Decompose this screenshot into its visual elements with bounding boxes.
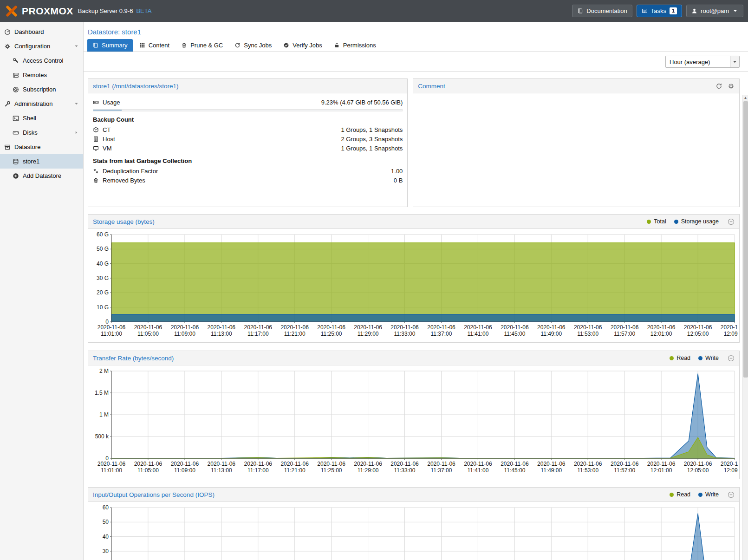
app: PROXMOX Backup Server 0.9-6 BETA Documen… (0, 0, 748, 560)
svg-text:2020-11-0611:49:00: 2020-11-0611:49:00 (537, 461, 566, 474)
tab-content[interactable]: Content (134, 39, 175, 52)
svg-text:40 G: 40 G (97, 260, 109, 267)
svg-text:1 M: 1 M (99, 411, 109, 418)
svg-text:2020-11-0611:01:00: 2020-11-0611:01:00 (98, 461, 126, 474)
svg-text:2020-11-0611:13:00: 2020-11-0611:13:00 (208, 461, 236, 474)
expander-down-icon[interactable] (74, 101, 79, 106)
svg-text:2020-11-0611:57:00: 2020-11-0611:57:00 (611, 461, 639, 474)
datastore-summary-panel: store1 (/mnt/datastores/store1) Usage 9.… (88, 78, 408, 207)
usage-value: 9.23% (4.67 GiB of 50.56 GiB) (321, 99, 403, 106)
row-value: 1 Groups, 1 Snapshots (341, 126, 403, 133)
sidebar-item-label: Disks (23, 129, 38, 136)
panels-region: store1 (/mnt/datastores/store1) Usage 9.… (84, 72, 748, 560)
sidebar-item-configuration[interactable]: Configuration (0, 39, 83, 53)
chevron-down-icon (732, 8, 738, 14)
expander-down-icon[interactable] (74, 44, 79, 49)
expander-right-icon[interactable] (74, 130, 79, 135)
sidebar-item-shell[interactable]: Shell (0, 111, 83, 125)
plus-circle-icon (13, 173, 19, 179)
legend-dot (670, 493, 674, 497)
svg-text:10 G: 10 G (97, 304, 109, 311)
sidebar-item-add-datastore[interactable]: Add Datastore (0, 169, 83, 183)
legend-label: Read (676, 491, 690, 498)
sync-icon (234, 42, 241, 48)
scrollbar-thumb[interactable] (743, 101, 748, 378)
sidebar-item-label: Access Control (23, 57, 63, 64)
svg-text:2020-11-0611:09:00: 2020-11-0611:09:00 (171, 461, 199, 474)
collapse-icon[interactable] (728, 355, 735, 362)
dashboard-icon (4, 29, 11, 35)
svg-text:2020-11-0611:37:00: 2020-11-0611:37:00 (427, 461, 455, 474)
time-range-select[interactable]: Hour (average) (665, 56, 740, 68)
tab-summary[interactable]: Summary (87, 39, 133, 52)
legend-item[interactable]: Write (698, 355, 719, 361)
user-menu-button[interactable]: root@pam (686, 5, 743, 17)
sidebar-item-datastore[interactable]: Datastore (0, 140, 83, 154)
comment-content[interactable] (413, 93, 739, 207)
sidebar-item-label: Subscription (23, 86, 56, 93)
legend-item[interactable]: Read (670, 491, 690, 498)
sidebar-item-disks[interactable]: Disks (0, 125, 83, 140)
legend-item[interactable]: Write (698, 491, 719, 498)
svg-text:2020-11-0611:33:00: 2020-11-0611:33:00 (390, 324, 419, 337)
beta-link[interactable]: BETA (136, 7, 151, 14)
row-label: Host (103, 136, 115, 143)
svg-text:2020-11-0611:53:00: 2020-11-0611:53:00 (574, 461, 602, 474)
hdd-icon (13, 130, 19, 136)
svg-text:2020-11-0611:29:00: 2020-11-0611:29:00 (354, 461, 382, 474)
tab-label: Sync Jobs (244, 42, 272, 49)
tab-label: Verify Jobs (293, 42, 322, 49)
collapse-icon[interactable] (728, 491, 735, 498)
legend-item[interactable]: Read (670, 355, 690, 361)
chevron-down-icon[interactable] (730, 56, 739, 67)
panel-title: Comment (418, 83, 445, 90)
svg-text:2020-11-0611:01:00: 2020-11-0611:01:00 (98, 324, 126, 337)
legend-label: Read (676, 355, 690, 361)
gear-icon[interactable] (728, 83, 735, 90)
brand-text: PROXMOX (22, 6, 73, 17)
legend-item[interactable]: Storage usage (674, 218, 719, 225)
documentation-button[interactable]: Documentation (572, 5, 632, 17)
tab-permissions[interactable]: Permissions (329, 39, 381, 52)
hdd-icon (93, 99, 99, 105)
sidebar-item-subscription[interactable]: Subscription (0, 82, 83, 97)
sidebar-item-remotes[interactable]: Remotes (0, 68, 83, 82)
svg-text:2020-11-0612:09:00: 2020-11-0612:09:00 (721, 324, 738, 337)
svg-text:2020-11-0611:17:00: 2020-11-0611:17:00 (244, 461, 273, 474)
svg-text:2020-11-0612:01:00: 2020-11-0612:01:00 (647, 461, 676, 474)
svg-text:2 M: 2 M (99, 368, 109, 374)
tasks-button[interactable]: Tasks 1 (637, 5, 682, 17)
svg-text:500 k: 500 k (95, 433, 109, 440)
tab-label: Prune & GC (190, 42, 223, 49)
svg-text:2020-11-0611:09:00: 2020-11-0611:09:00 (171, 324, 199, 337)
sidebar-item-access-control[interactable]: Access Control (0, 53, 83, 68)
tab-prune-gc[interactable]: Prune & GC (176, 39, 228, 52)
row-label: Removed Bytes (103, 177, 145, 184)
unlock-icon (334, 42, 340, 48)
sidebar-item-store1[interactable]: store1 (0, 154, 83, 169)
tab-verify-jobs[interactable]: Verify Jobs (278, 39, 327, 52)
tab-sync-jobs[interactable]: Sync Jobs (229, 39, 277, 52)
scroll-up-arrow[interactable]: ▲ (743, 95, 748, 101)
storage-usage-chart: 2020-11-0611:01:002020-11-0611:05:002020… (89, 230, 738, 341)
row-label: CT (103, 126, 111, 133)
sidebar-item-administration[interactable]: Administration (0, 97, 83, 111)
legend-dot (647, 220, 651, 224)
sidebar-item-dashboard[interactable]: Dashboard (0, 25, 83, 39)
host-row: Host 2 Groups, 3 Snapshots (93, 134, 403, 143)
svg-text:2020-11-0611:25:00: 2020-11-0611:25:00 (317, 324, 345, 337)
row-value: 1.00 (391, 168, 403, 175)
sidebar-item-label: store1 (23, 158, 39, 165)
vertical-scrollbar[interactable]: ▲ (742, 95, 748, 560)
iops-panel: Input/Output Operations per Second (IOPS… (88, 487, 740, 560)
legend-dot (698, 356, 702, 360)
svg-text:2020-11-0611:21:00: 2020-11-0611:21:00 (280, 324, 309, 337)
reload-icon[interactable] (715, 83, 722, 90)
svg-text:2020-11-0611:53:00: 2020-11-0611:53:00 (574, 324, 602, 337)
sidebar-item-label: Add Datastore (23, 172, 61, 179)
collapse-icon[interactable] (728, 218, 735, 225)
legend-dot (674, 220, 678, 224)
book-icon (92, 42, 98, 48)
legend-item[interactable]: Total (647, 218, 666, 225)
row-value: 1 Groups, 1 Snapshots (341, 145, 403, 152)
